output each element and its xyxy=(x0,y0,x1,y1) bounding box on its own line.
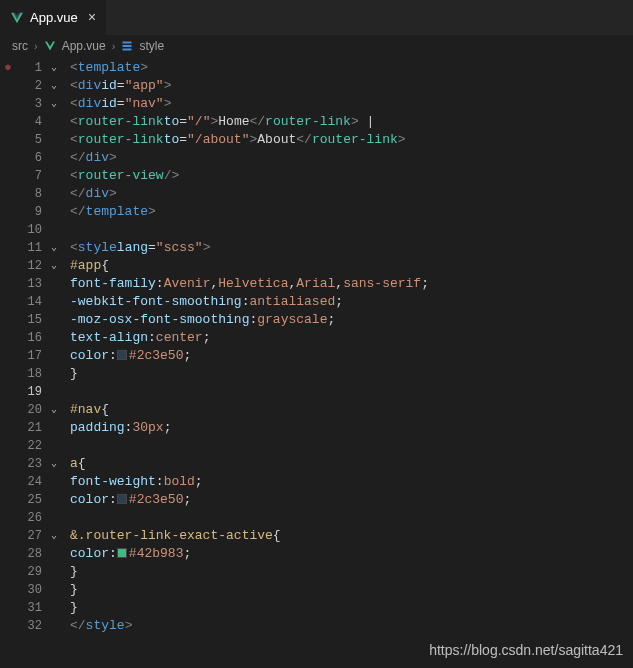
tab-bar: App.vue × xyxy=(0,0,633,35)
breadcrumb-folder[interactable]: src xyxy=(12,39,28,53)
code-line[interactable] xyxy=(70,383,429,401)
gutter-line: 23⌄ xyxy=(0,455,62,473)
code-line[interactable]: -webkit-font-smoothing: antialiased; xyxy=(70,293,429,311)
line-number: 19 xyxy=(16,383,46,401)
line-number: 28 xyxy=(16,545,46,563)
gutter-line: 3⌄ xyxy=(0,95,62,113)
breadcrumb-file[interactable]: App.vue xyxy=(62,39,106,53)
line-number: 16 xyxy=(16,329,46,347)
gutter-line: 11⌄ xyxy=(0,239,62,257)
code-line[interactable] xyxy=(70,221,429,239)
line-number: 13 xyxy=(16,275,46,293)
watermark: https://blog.csdn.net/sagitta421 xyxy=(429,642,623,658)
code-line[interactable]: <router-link to="/about">About</router-l… xyxy=(70,131,429,149)
line-number: 25 xyxy=(16,491,46,509)
tab-label: App.vue xyxy=(30,10,78,25)
code-line[interactable]: </template> xyxy=(70,203,429,221)
code-line[interactable]: <template> xyxy=(70,59,429,77)
line-number: 21 xyxy=(16,419,46,437)
fold-toggle-icon[interactable]: ⌄ xyxy=(46,239,62,257)
code-line[interactable]: </style> xyxy=(70,617,429,635)
code-line[interactable]: -moz-osx-font-smoothing: grayscale; xyxy=(70,311,429,329)
gutter-line: 15 xyxy=(0,311,62,329)
fold-toggle-icon[interactable]: ⌄ xyxy=(46,455,62,473)
gutter-line: 31 xyxy=(0,599,62,617)
code-line[interactable]: color: #2c3e50; xyxy=(70,491,429,509)
vue-icon xyxy=(10,11,24,25)
gutter-line: 19 xyxy=(0,383,62,401)
code-line[interactable]: color: #42b983; xyxy=(70,545,429,563)
line-number: 26 xyxy=(16,509,46,527)
code-line[interactable]: <router-view/> xyxy=(70,167,429,185)
line-number: 9 xyxy=(16,203,46,221)
line-number: 10 xyxy=(16,221,46,239)
editor[interactable]: ●1⌄2⌄3⌄4567891011⌄12⌄1314151617181920⌄21… xyxy=(0,57,633,635)
close-icon[interactable]: × xyxy=(88,10,96,26)
gutter-line: 30 xyxy=(0,581,62,599)
line-number: 24 xyxy=(16,473,46,491)
line-number: 3 xyxy=(16,95,46,113)
code-line[interactable]: } xyxy=(70,581,429,599)
gutter-line: 17 xyxy=(0,347,62,365)
gutter-line: 6 xyxy=(0,149,62,167)
gutter-line: 22 xyxy=(0,437,62,455)
code-line[interactable]: <div id="app"> xyxy=(70,77,429,95)
line-number: 12 xyxy=(16,257,46,275)
line-number: 5 xyxy=(16,131,46,149)
code-line[interactable]: #nav { xyxy=(70,401,429,419)
code-line[interactable]: <style lang="scss"> xyxy=(70,239,429,257)
line-number: 31 xyxy=(16,599,46,617)
code-line[interactable]: } xyxy=(70,563,429,581)
line-number: 4 xyxy=(16,113,46,131)
code-line[interactable]: } xyxy=(70,365,429,383)
gutter-line: 16 xyxy=(0,329,62,347)
gutter: ●1⌄2⌄3⌄4567891011⌄12⌄1314151617181920⌄21… xyxy=(0,57,62,635)
code-line[interactable]: color: #2c3e50; xyxy=(70,347,429,365)
fold-toggle-icon[interactable]: ⌄ xyxy=(46,59,62,77)
line-number: 18 xyxy=(16,365,46,383)
gutter-line: 32 xyxy=(0,617,62,635)
code-line[interactable]: text-align: center; xyxy=(70,329,429,347)
code-line[interactable]: a { xyxy=(70,455,429,473)
line-number: 7 xyxy=(16,167,46,185)
code-line[interactable]: </div> xyxy=(70,149,429,167)
fold-toggle-icon[interactable]: ⌄ xyxy=(46,77,62,95)
fold-toggle-icon[interactable]: ⌄ xyxy=(46,527,62,545)
fold-toggle-icon[interactable]: ⌄ xyxy=(46,257,62,275)
breadcrumb: src › App.vue › style xyxy=(0,35,633,57)
fold-toggle-icon[interactable]: ⌄ xyxy=(46,401,62,419)
gutter-line: 12⌄ xyxy=(0,257,62,275)
code-line[interactable]: padding: 30px; xyxy=(70,419,429,437)
code-line[interactable]: <div id="nav"> xyxy=(70,95,429,113)
tab-app-vue[interactable]: App.vue × xyxy=(0,0,107,35)
gutter-line: 8 xyxy=(0,185,62,203)
gutter-line: 25 xyxy=(0,491,62,509)
gutter-line: 24 xyxy=(0,473,62,491)
line-number: 11 xyxy=(16,239,46,257)
gutter-line: 13 xyxy=(0,275,62,293)
line-number: 6 xyxy=(16,149,46,167)
line-number: 15 xyxy=(16,311,46,329)
fold-toggle-icon[interactable]: ⌄ xyxy=(46,95,62,113)
code-line[interactable] xyxy=(70,437,429,455)
code-line[interactable] xyxy=(70,509,429,527)
line-number: 22 xyxy=(16,437,46,455)
code-area[interactable]: <template> <div id="app"> <div id="nav">… xyxy=(62,57,429,635)
code-line[interactable]: #app { xyxy=(70,257,429,275)
gutter-line: 28 xyxy=(0,545,62,563)
line-number: 32 xyxy=(16,617,46,635)
gutter-line: ●1⌄ xyxy=(0,59,62,77)
code-line[interactable]: } xyxy=(70,599,429,617)
gutter-line: 29 xyxy=(0,563,62,581)
gutter-line: 10 xyxy=(0,221,62,239)
code-line[interactable]: font-family: Avenir, Helvetica, Arial, s… xyxy=(70,275,429,293)
gutter-line: 5 xyxy=(0,131,62,149)
code-line[interactable]: </div> xyxy=(70,185,429,203)
code-line[interactable]: &.router-link-exact-active { xyxy=(70,527,429,545)
gutter-line: 2⌄ xyxy=(0,77,62,95)
gutter-line: 4 xyxy=(0,113,62,131)
code-line[interactable]: font-weight: bold; xyxy=(70,473,429,491)
code-line[interactable]: <router-link to="/">Home</router-link> | xyxy=(70,113,429,131)
line-number: 29 xyxy=(16,563,46,581)
breadcrumb-symbol[interactable]: style xyxy=(139,39,164,53)
